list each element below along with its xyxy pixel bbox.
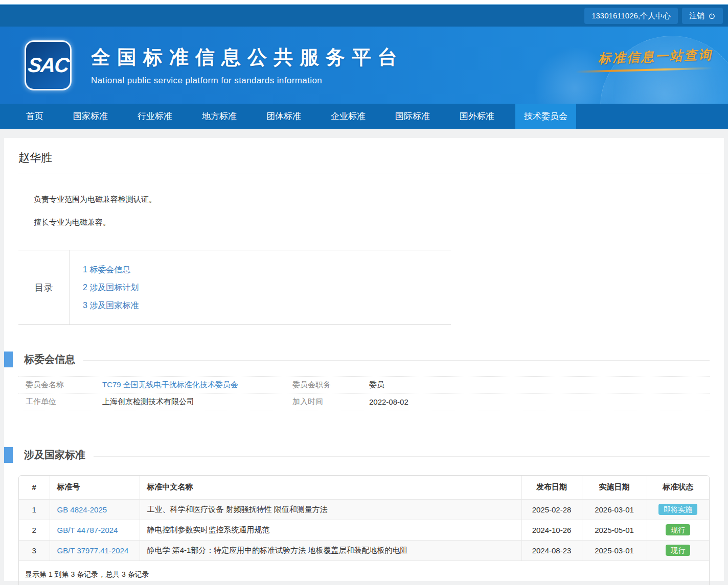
- toc-link-national-plans[interactable]: 2 涉及国标计划: [83, 278, 139, 296]
- join-time-label: 加入时间: [292, 397, 369, 407]
- toc-list: 1 标委会信息 2 涉及国标计划 3 涉及国家标准: [70, 250, 139, 324]
- nav-item-technical-committee[interactable]: 技术委员会: [515, 104, 576, 129]
- standard-name: 静电控制参数实时监控系统通用规范: [140, 520, 521, 540]
- row-index: 2: [19, 520, 50, 540]
- nav-item-national-standards[interactable]: 国家标准: [64, 104, 117, 129]
- site-title: 全国标准信息公共服务平台: [91, 44, 404, 71]
- publish-date: 2024-10-26: [521, 520, 582, 540]
- status-badge: 现行: [666, 524, 690, 535]
- standard-code-link[interactable]: GB 4824-2025: [57, 505, 107, 514]
- nav-item-group-standards[interactable]: 团体标准: [258, 104, 310, 129]
- table-row: 2 GB/T 44787-2024 静电控制参数实时监控系统通用规范 2024-…: [19, 520, 709, 540]
- committee-info-row: 工作单位 上海创京检测技术有限公司 加入时间 2022-08-02: [18, 393, 710, 410]
- power-icon: [708, 12, 716, 20]
- publish-date: 2025-02-28: [521, 499, 582, 520]
- person-name: 赵华胜: [18, 150, 710, 174]
- slogan-text: 标准信息一站查询: [598, 46, 713, 67]
- toc-label: 目录: [35, 282, 53, 294]
- nav-item-international-standards[interactable]: 国际标准: [386, 104, 439, 129]
- toc-box: 目录 1 标委会信息 2 涉及国标计划 3 涉及国家标准: [18, 250, 451, 325]
- profile-paragraph: 负责专业范围为电磁兼容检测认证。: [18, 195, 710, 204]
- toc-link-national-standards[interactable]: 3 涉及国家标准: [83, 296, 139, 314]
- user-center-label: 13301611026,个人中心: [592, 8, 671, 24]
- sac-logo[interactable]: SAC: [25, 40, 72, 90]
- nav-item-foreign-standards[interactable]: 国外标准: [451, 104, 503, 129]
- standard-name: 工业、科学和医疗设备 射频骚扰特性 限值和测量方法: [140, 499, 521, 520]
- committee-info-row: 委员会名称 TC79 全国无线电干扰标准化技术委员会 委员会职务 委员: [18, 377, 710, 393]
- top-user-bar: 13301611026,个人中心 注销: [0, 4, 728, 27]
- column-header-code: 标准号: [50, 476, 140, 499]
- nav-item-local-standards[interactable]: 地方标准: [193, 104, 245, 129]
- table-row: 3 GB/T 37977.41-2024 静电学 第4-1部分：特定应用中的标准…: [19, 540, 709, 560]
- implement-date: 2025-03-01: [582, 540, 647, 560]
- status-badge: 现行: [666, 545, 690, 556]
- content-panel: 赵华胜 负责专业范围为电磁兼容检测认证。 擅长专业为电磁兼容。 目录 1 标委会…: [4, 138, 724, 581]
- join-time-value: 2022-08-02: [369, 397, 710, 406]
- committee-name-link[interactable]: TC79 全国无线电干扰标准化技术委员会: [102, 380, 292, 390]
- column-header-pub-date: 发布日期: [521, 476, 582, 499]
- row-index: 3: [19, 540, 50, 560]
- implement-date: 2025-05-01: [582, 520, 647, 540]
- nav-item-enterprise-standards[interactable]: 企业标准: [322, 104, 374, 129]
- slogan-block: 标准信息一站查询: [576, 48, 713, 71]
- committee-role-value: 委员: [369, 380, 710, 390]
- column-header-name: 标准中文名称: [140, 476, 521, 499]
- column-header-impl-date: 实施日期: [582, 476, 647, 499]
- standard-code-link[interactable]: GB/T 37977.41-2024: [57, 546, 129, 555]
- section-marker: [4, 447, 13, 463]
- standards-table-container: # 标准号 标准中文名称 发布日期 实施日期 标准状态 1 GB 4824-20…: [18, 475, 710, 585]
- standards-table-header-row: # 标准号 标准中文名称 发布日期 实施日期 标准状态: [19, 476, 709, 499]
- user-center-button[interactable]: 13301611026,个人中心: [584, 8, 678, 24]
- section-header-national-standards: 涉及国家标准: [4, 447, 710, 463]
- table-row: 1 GB 4824-2025 工业、科学和医疗设备 射频骚扰特性 限值和测量方法…: [19, 499, 709, 520]
- standard-name: 静电学 第4-1部分：特定应用中的标准试验方法 地板覆盖层和装配地板的电阻: [140, 540, 521, 560]
- committee-name-label: 委员会名称: [26, 380, 102, 390]
- site-header: SAC 全国标准信息公共服务平台 National public service…: [0, 27, 728, 104]
- records-summary: 显示第 1 到第 3 条记录，总共 3 条记录: [19, 561, 709, 585]
- implement-date: 2026-03-01: [582, 499, 647, 520]
- standards-table: # 标准号 标准中文名称 发布日期 实施日期 标准状态 1 GB 4824-20…: [19, 476, 709, 561]
- profile-paragraph: 擅长专业为电磁兼容。: [18, 218, 710, 227]
- committee-info-table: 委员会名称 TC79 全国无线电干扰标准化技术委员会 委员会职务 委员 工作单位…: [18, 377, 710, 410]
- work-unit-value: 上海创京检测技术有限公司: [102, 397, 292, 407]
- section-title: 涉及国家标准: [24, 448, 85, 462]
- toc-label-cell: 目录: [18, 250, 70, 324]
- committee-role-label: 委员会职务: [292, 380, 369, 390]
- section-header-committee-info: 标委会信息: [4, 352, 710, 367]
- section-title: 标委会信息: [24, 353, 75, 366]
- nav-item-industry-standards[interactable]: 行业标准: [129, 104, 181, 129]
- column-header-status: 标准状态: [647, 476, 709, 499]
- section-marker: [4, 352, 13, 367]
- publish-date: 2024-08-23: [521, 540, 582, 560]
- top-margin: [0, 0, 728, 4]
- site-subtitle: National public service platform for sta…: [91, 76, 404, 86]
- nav-item-home[interactable]: 首页: [17, 104, 52, 129]
- page-background: 赵华胜 负责专业范围为电磁兼容检测认证。 擅长专业为电磁兼容。 目录 1 标委会…: [0, 129, 728, 585]
- column-header-index: #: [19, 476, 50, 499]
- work-unit-label: 工作单位: [26, 397, 102, 407]
- row-index: 1: [19, 499, 50, 520]
- toc-link-committee-info[interactable]: 1 标委会信息: [83, 261, 139, 278]
- logout-button[interactable]: 注销: [682, 8, 723, 24]
- standard-code-link[interactable]: GB/T 44787-2024: [57, 526, 118, 534]
- main-nav: 首页 国家标准 行业标准 地方标准 团体标准 企业标准 国际标准 国外标准 技术…: [0, 104, 728, 129]
- site-title-block: 全国标准信息公共服务平台 National public service pla…: [91, 44, 404, 86]
- logout-label: 注销: [689, 8, 704, 24]
- slogan-underline: [576, 67, 713, 73]
- status-badge: 即将实施: [658, 504, 697, 515]
- section-divider-line: [83, 360, 710, 361]
- sac-logo-text: SAC: [27, 54, 69, 77]
- section-divider-line: [94, 456, 710, 457]
